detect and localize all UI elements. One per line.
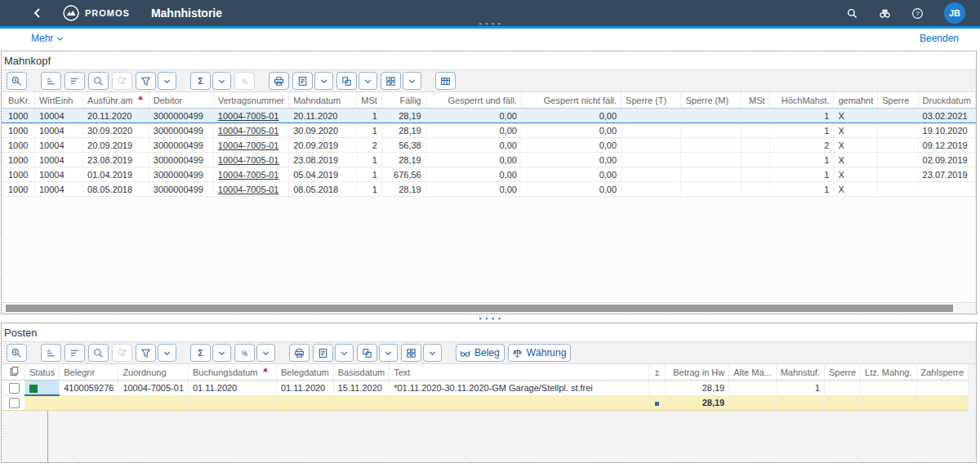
column-header-ausfuehr_am[interactable]: Ausführ.am — [83, 92, 149, 109]
export-button[interactable] — [336, 72, 357, 90]
column-header-status[interactable]: Status — [25, 364, 60, 381]
column-header-sigma[interactable]: Σ — [649, 364, 666, 381]
table-row[interactable]: 10001000420.11.2020300000049910004-7005-… — [2, 109, 976, 123]
column-header-mst[interactable]: MSt — [357, 92, 382, 109]
column-header-gemahnt[interactable]: gemahnt — [834, 92, 878, 109]
print-button[interactable] — [269, 72, 289, 90]
column-header-belegdatum[interactable]: Belegdatum — [277, 364, 334, 381]
total-dropdown-button[interactable] — [212, 344, 231, 362]
sort-ascending-button[interactable] — [41, 344, 61, 362]
column-header-debitor[interactable]: Debitor — [149, 92, 213, 109]
column-header-buchungsdatum[interactable]: Buchungsdatum — [189, 364, 277, 381]
column-header-alte_ma[interactable]: Alte Ma... — [729, 364, 776, 381]
column-header-belegnr[interactable]: Belegnr — [60, 364, 118, 381]
table-row[interactable]: 10001000423.08.2019300000049910004-7005-… — [2, 153, 976, 167]
sort-ascending-button[interactable] — [41, 72, 61, 90]
cell-mahndatum: 30.09.2020 — [289, 123, 357, 138]
column-header-betrag_in_hw[interactable]: Betrag in Hw — [666, 364, 729, 381]
table-row[interactable]: 410005927610004-7005-0101.11.202001.11.2… — [2, 381, 969, 396]
search-icon[interactable] — [846, 6, 861, 20]
sort-descending-button[interactable] — [65, 344, 85, 362]
change-layout-dropdown-button[interactable] — [423, 344, 442, 362]
find-button[interactable] — [88, 344, 109, 362]
views-button[interactable] — [292, 72, 313, 90]
mahnkopf-horizontal-scrollbar[interactable] — [2, 302, 976, 314]
mehr-menu-button[interactable]: Mehr — [31, 33, 65, 44]
column-header-mark[interactable] — [2, 364, 25, 381]
change-layout-dropdown-button[interactable] — [403, 72, 421, 90]
column-header-sperre[interactable]: Sperre — [878, 92, 918, 109]
column-header-sperre_m[interactable]: Sperre (M) — [681, 92, 742, 109]
vertragsnummer-link[interactable]: 10004-7005-01 — [218, 170, 279, 180]
vertragsnummer-link[interactable]: 10004-7005-01 — [218, 111, 279, 121]
column-header-gesperrt_und_faell[interactable]: Gesperrt und fäll. — [425, 92, 521, 109]
sort-descending-button[interactable] — [65, 72, 85, 90]
beenden-button[interactable]: Beenden — [920, 33, 959, 44]
vertragsnummer-link[interactable]: 10004-7005-01 — [218, 126, 279, 136]
table-row[interactable]: 10001000401.04.2019300000049910004-7005-… — [2, 167, 976, 182]
cell-betrag_in_hw: 28,19 — [666, 381, 729, 396]
table-graphics-button[interactable] — [435, 72, 456, 90]
column-header-ltz_mahng[interactable]: Ltz. Mahng. — [861, 364, 916, 381]
column-header-zahlsperre[interactable]: Zahlsperre — [916, 364, 969, 381]
column-header-faellig[interactable]: Fällig — [381, 92, 425, 109]
views-dropdown-button[interactable] — [335, 344, 354, 362]
views-dropdown-button[interactable] — [314, 72, 333, 90]
table-row[interactable]: 10001000408.05.2018300000049910004-7005-… — [2, 182, 976, 197]
column-header-basisdatum[interactable]: Basisdatum — [333, 364, 389, 381]
change-layout-button[interactable] — [401, 344, 421, 362]
column-header-gesperrt_nicht_faell[interactable]: Gesperrt nicht fäll. — [521, 92, 621, 109]
column-header-zuordnung[interactable]: Zuordnung — [118, 364, 189, 381]
export-dropdown-button[interactable] — [379, 344, 398, 362]
choose-detail-button[interactable] — [7, 344, 27, 362]
sum-row-checkbox[interactable] — [9, 398, 20, 408]
export-dropdown-button[interactable] — [359, 72, 377, 90]
cell-sperre — [878, 109, 918, 123]
avatar[interactable]: JB — [944, 2, 965, 24]
binoculars-icon[interactable] — [879, 6, 893, 20]
column-header-hoechmahst[interactable]: HöchMahst. — [769, 92, 834, 109]
vertragsnummer-link[interactable]: 10004-7005-01 — [218, 140, 279, 150]
cell-sperre_t — [621, 138, 681, 153]
set-filter-button[interactable] — [136, 344, 156, 362]
find-button[interactable] — [88, 72, 109, 90]
column-header-text[interactable]: Text — [390, 364, 649, 381]
row-checkbox[interactable] — [9, 383, 20, 394]
sum-cell-zuordnung — [118, 395, 189, 411]
panel-splitter[interactable]: ▪ ▪ ▪ ▪ — [0, 314, 980, 323]
scrollbar-thumb[interactable] — [6, 305, 953, 312]
help-icon[interactable]: ? — [911, 6, 926, 20]
vertragsnummer-link[interactable]: 10004-7005-01 — [218, 185, 279, 194]
cell-hoechmahst: 1 — [769, 109, 834, 123]
column-header-mahndatum[interactable]: Mahndatum — [289, 92, 357, 109]
column-header-sperre2[interactable]: Sperre — [824, 364, 860, 381]
total-button[interactable]: Σ — [190, 72, 211, 90]
find-next-button — [112, 344, 132, 362]
waehrung-button[interactable]: Währung — [508, 344, 572, 362]
change-layout-button[interactable] — [381, 72, 401, 90]
column-header-bukr[interactable]: BuKr. — [2, 92, 34, 109]
set-filter-dropdown-button[interactable] — [158, 344, 176, 362]
total-button[interactable]: Σ — [190, 344, 211, 362]
subtotals-button[interactable]: ½ — [234, 344, 255, 362]
total-dropdown-button[interactable] — [212, 72, 231, 90]
column-header-sperre_t[interactable]: Sperre (T) — [621, 92, 681, 109]
column-header-mahnstuf[interactable]: Mahnstuf. — [776, 364, 824, 381]
vertragsnummer-link[interactable]: 10004-7005-01 — [218, 155, 279, 165]
column-header-druckdatum[interactable]: Druckdatum — [918, 92, 975, 109]
subtotals-dropdown-button[interactable] — [256, 344, 275, 362]
table-row[interactable]: 10001000420.09.2019300000049910004-7005-… — [2, 138, 976, 153]
column-header-wirteinh[interactable]: WirtEinh — [34, 92, 82, 109]
column-header-vertragsnummer[interactable]: Vertragsnummer — [213, 92, 288, 109]
views-button[interactable] — [313, 344, 333, 362]
set-filter-dropdown-button[interactable] — [158, 72, 176, 90]
column-header-mst2[interactable]: MSt — [742, 92, 769, 109]
table-row[interactable]: 10001000430.09.2020300000049910004-7005-… — [2, 123, 976, 138]
cell-bukr: 1000 — [2, 138, 34, 153]
choose-detail-button[interactable] — [7, 72, 27, 90]
back-button[interactable] — [31, 7, 44, 20]
print-button[interactable] — [289, 344, 310, 362]
beleg-button[interactable]: Beleg — [456, 344, 505, 362]
export-button[interactable] — [357, 344, 377, 362]
set-filter-button[interactable] — [136, 72, 156, 90]
